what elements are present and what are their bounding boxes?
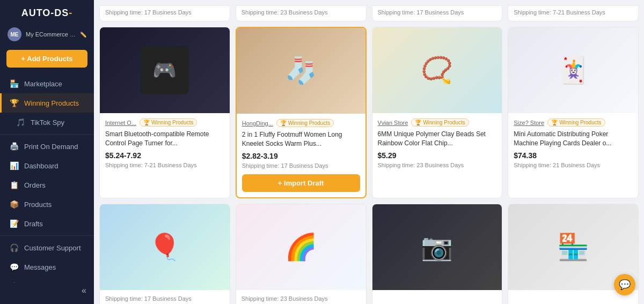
product-title-2: 2 in 1 Fluffy Footmuff Women Long Kneele… bbox=[242, 130, 360, 149]
sidebar-item-products[interactable]: 📦 Products bbox=[0, 195, 94, 214]
product-info-4: Size? Store🏆 Winning ProductsMini Automa… bbox=[508, 113, 638, 174]
product-card-5[interactable]: 🎈Shipping time: 17 Business Days bbox=[99, 204, 230, 304]
product-image-7: 📷 bbox=[372, 204, 502, 290]
product-card-4[interactable]: 🃏Size? Store🏆 Winning ProductsMini Autom… bbox=[508, 27, 639, 198]
product-info-3: Vvian Store🏆 Winning Products6MM Unique … bbox=[372, 113, 502, 174]
edit-icon[interactable]: ✏️ bbox=[80, 32, 86, 38]
marketplace-icon: 🏪 bbox=[9, 79, 19, 88]
sidebar-item-orders[interactable]: 📋 Orders bbox=[0, 175, 94, 195]
logo-text: AUTO-DS- bbox=[21, 8, 73, 19]
winning-products-icon: 🏆 bbox=[9, 99, 19, 107]
product-price-1: $5.24-7.92 bbox=[105, 151, 224, 160]
product-card-top-4[interactable]: Shipping time: 7-21 Business Days bbox=[508, 5, 639, 21]
profile-section[interactable]: ME My ECommerce St... ✏️ bbox=[0, 24, 94, 47]
store-name-4[interactable]: Size? Store bbox=[514, 120, 544, 126]
sidebar-item-label-products: Products bbox=[24, 201, 52, 209]
product-card-1[interactable]: 🎮 Internet O...🏆 Winning ProductsSmart B… bbox=[99, 27, 230, 198]
sidebar-item-label-orders: Orders bbox=[24, 181, 46, 189]
shipping-time-4: Shipping time: 21 Business Days bbox=[514, 162, 633, 168]
sidebar-item-label-drafts: Drafts bbox=[24, 220, 43, 228]
sidebar-item-drafts[interactable]: 📝 Drafts bbox=[0, 214, 94, 233]
profile-name: My ECommerce St... bbox=[26, 31, 76, 38]
product-image-6: 🌈 bbox=[236, 204, 366, 290]
store-name-3[interactable]: Vvian Store bbox=[378, 120, 408, 126]
avatar: ME bbox=[8, 27, 21, 41]
product-info-6: Shipping time: 23 Business Days bbox=[236, 290, 366, 304]
sidebar-collapse-button[interactable]: « bbox=[0, 283, 94, 299]
sidebar-item-marketplace[interactable]: 🏪 Marketplace bbox=[0, 74, 94, 93]
main-content: Shipping time: 17 Business Days Shipping… bbox=[94, 0, 644, 304]
shipping-time-top-1: Shipping time: 17 Business Days bbox=[105, 9, 224, 16]
trophy-icon: 🏆 bbox=[415, 120, 421, 125]
shipping-time-top-3: Shipping time: 17 Business Days bbox=[378, 9, 497, 16]
product-card-3[interactable]: 📿Vvian Store🏆 Winning Products6MM Unique… bbox=[372, 27, 503, 198]
import-draft-button-2[interactable]: + Import Draft bbox=[242, 174, 360, 192]
product-card-2[interactable]: 🧦HongDing...🏆 Winning Products2 in 1 Flu… bbox=[236, 27, 367, 198]
product-card-top-3[interactable]: Shipping time: 17 Business Days bbox=[372, 5, 503, 21]
winning-badge-3: 🏆 Winning Products bbox=[411, 118, 469, 127]
product-image-3: 📿 bbox=[372, 27, 502, 113]
product-grid-row2: 🎈Shipping time: 17 Business Days🌈Shippin… bbox=[99, 198, 639, 304]
product-title-3: 6MM Unique Polymer Clay Beads Set Rainbo… bbox=[378, 130, 497, 148]
sidebar-item-dashboard[interactable]: 📊 Dashboard bbox=[0, 156, 94, 175]
orders-icon: 📋 bbox=[9, 181, 19, 189]
product-info-7 bbox=[372, 290, 502, 301]
store-row-4: Size? Store🏆 Winning Products bbox=[514, 118, 633, 127]
product-image-4: 🃏 bbox=[508, 27, 638, 113]
sidebar-item-settings[interactable]: ⚙️ Settings bbox=[0, 277, 94, 283]
product-card-top-1[interactable]: Shipping time: 17 Business Days bbox=[99, 5, 230, 21]
messages-icon: 💬 bbox=[9, 263, 19, 271]
product-image-2: 🧦 bbox=[237, 28, 365, 114]
sidebar-item-label-marketplace: Marketplace bbox=[24, 80, 62, 88]
product-info-5: Shipping time: 17 Business Days bbox=[100, 290, 230, 304]
shipping-time-5: Shipping time: 17 Business Days bbox=[105, 295, 224, 302]
store-name-2[interactable]: HongDing... bbox=[242, 120, 273, 127]
product-card-top-2[interactable]: Shipping time: 23 Business Days bbox=[236, 5, 367, 21]
product-grid-row1: 🎮 Internet O...🏆 Winning ProductsSmart B… bbox=[99, 21, 639, 198]
winning-badge-2: 🏆 Winning Products bbox=[276, 119, 334, 127]
sidebar-item-label-print: Print On Demand bbox=[24, 143, 78, 151]
sidebar-item-tiktok-spy[interactable]: 🎵 TikTok Spy bbox=[0, 113, 94, 132]
sidebar-item-label-winning: Winning Products bbox=[24, 99, 79, 107]
logo: AUTO-DS- bbox=[0, 0, 94, 24]
product-price-3: $5.29 bbox=[378, 151, 497, 160]
product-image-5: 🎈 bbox=[100, 204, 230, 290]
trophy-icon: 🏆 bbox=[280, 120, 287, 126]
product-price-2: $2.82-3.19 bbox=[242, 152, 360, 160]
trophy-icon: 🏆 bbox=[143, 120, 150, 125]
sidebar-item-print-on-demand[interactable]: 🖨️ Print On Demand bbox=[0, 137, 94, 156]
sidebar-item-messages[interactable]: 💬 Messages bbox=[0, 257, 94, 277]
sidebar-item-label-support: Customer Support bbox=[24, 244, 81, 252]
sidebar: AUTO-DS- ME My ECommerce St... ✏️ + Add … bbox=[0, 0, 94, 304]
shipping-time-1: Shipping time: 7-21 Business Days bbox=[105, 162, 224, 168]
product-card-6[interactable]: 🌈Shipping time: 23 Business Days bbox=[236, 204, 367, 304]
products-icon: 📦 bbox=[9, 200, 19, 209]
chat-support-button[interactable]: 💬 bbox=[614, 274, 635, 295]
product-price-4: $74.38 bbox=[514, 151, 633, 160]
print-icon: 🖨️ bbox=[9, 142, 19, 151]
add-products-button[interactable]: + Add Products bbox=[6, 50, 87, 68]
sidebar-footer: « bbox=[0, 283, 94, 304]
sidebar-item-label-tiktok: TikTok Spy bbox=[31, 118, 64, 127]
shipping-time-top-2: Shipping time: 23 Business Days bbox=[241, 9, 361, 16]
trophy-icon: 🏆 bbox=[551, 120, 558, 125]
product-image-1: 🎮 bbox=[100, 27, 230, 113]
support-icon: 🎧 bbox=[9, 243, 19, 252]
winning-badge-1: 🏆 Winning Products bbox=[140, 118, 197, 127]
store-name-1[interactable]: Internet O... bbox=[105, 120, 136, 126]
tiktok-icon: 🎵 bbox=[16, 118, 25, 127]
product-card-7[interactable]: 📷 bbox=[372, 204, 503, 304]
shipping-time-6: Shipping time: 23 Business Days bbox=[241, 295, 361, 302]
drafts-icon: 📝 bbox=[9, 219, 19, 228]
sidebar-nav: 🏪 Marketplace 🏆 Winning Products 🎵 TikTo… bbox=[0, 74, 94, 283]
shipping-time-2: Shipping time: 17 Business Days bbox=[242, 162, 360, 169]
winning-badge-4: 🏆 Winning Products bbox=[547, 118, 605, 127]
sidebar-item-label-messages: Messages bbox=[24, 263, 56, 271]
shipping-time-top-4: Shipping time: 7-21 Business Days bbox=[514, 9, 633, 16]
sidebar-item-winning-products[interactable]: 🏆 Winning Products bbox=[0, 93, 94, 113]
dashboard-icon: 📊 bbox=[9, 161, 19, 170]
store-row-2: HongDing...🏆 Winning Products bbox=[242, 119, 360, 127]
sidebar-item-customer-support[interactable]: 🎧 Customer Support bbox=[0, 238, 94, 257]
product-info-2: HongDing...🏆 Winning Products2 in 1 Fluf… bbox=[237, 114, 365, 174]
sidebar-item-label-dashboard: Dashboard bbox=[24, 162, 58, 170]
